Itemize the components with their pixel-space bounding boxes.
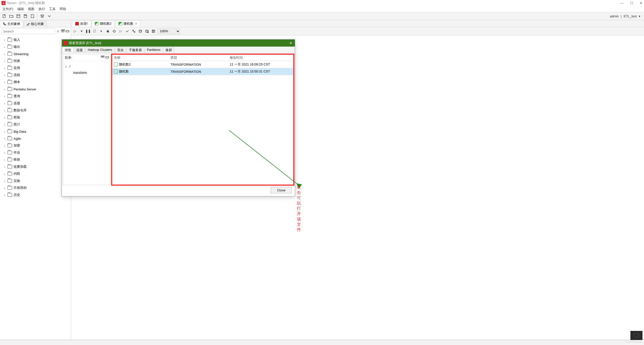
tree-item[interactable]: ›检验 xyxy=(3,114,71,121)
saveas-icon[interactable] xyxy=(30,13,35,19)
connection-dropdown-icon[interactable]: ▾ xyxy=(639,14,640,18)
tree-item[interactable]: ›流程 xyxy=(3,72,71,79)
dtab-hadoop[interactable]: Hadoop Clusters xyxy=(86,47,114,53)
tree-item[interactable]: ›映射 xyxy=(3,156,71,163)
tab-transform-2[interactable]: 随机数 ✕ xyxy=(115,20,141,27)
new-file-icon[interactable] xyxy=(2,13,7,19)
tree-item[interactable]: ›查询 xyxy=(3,93,71,100)
tree-item[interactable]: ›不推荐的 xyxy=(3,184,71,191)
pause-icon[interactable]: ❚❚ xyxy=(86,29,91,34)
maximize-button[interactable]: ☐ xyxy=(630,1,633,5)
dropdown-icon[interactable] xyxy=(47,13,52,19)
verify-icon[interactable] xyxy=(125,29,130,34)
tree-item[interactable]: ›历史 xyxy=(3,191,71,198)
dir-collapse-icon[interactable] xyxy=(105,56,109,59)
explore-db-icon[interactable] xyxy=(144,29,149,34)
tree-item[interactable]: ›输入 xyxy=(3,36,71,43)
file-name: 随机数 xyxy=(119,69,129,74)
file-row[interactable]: 随机数TRANSFORMATION11 一月 2021 15:50:31 CST xyxy=(112,68,294,75)
tree-item[interactable]: ›Big Data xyxy=(3,128,71,135)
tree-item-label: 不推荐的 xyxy=(14,186,27,190)
dir-transform[interactable]: transform xyxy=(65,69,109,76)
dtab-partitions[interactable]: Partitions xyxy=(145,47,163,53)
file-row[interactable]: 随机数2TRANSFORMATION11 一月 2021 16:09:25 CS… xyxy=(112,61,294,68)
tree-item[interactable]: ›数据仓库 xyxy=(3,107,71,114)
tree-item[interactable]: ›脚本 xyxy=(3,79,71,86)
transformation-icon xyxy=(118,22,122,25)
debug-icon[interactable] xyxy=(112,29,117,34)
col-name[interactable]: 名称 xyxy=(112,54,169,61)
folder-icon xyxy=(8,59,12,63)
editor-toolbar: ▷ ▾ ❚❚ ☐ ▾ ◉ ▷ 100% xyxy=(71,27,644,35)
file-name: 随机数2 xyxy=(119,62,131,67)
tree-item[interactable]: ›输出 xyxy=(3,43,71,50)
perspective-icon[interactable] xyxy=(39,13,45,19)
sql-icon[interactable] xyxy=(138,29,143,34)
tree-item[interactable]: ›连接 xyxy=(3,100,71,107)
tree-item[interactable]: ›转换 xyxy=(3,57,71,64)
tree-item[interactable]: ›Streaming xyxy=(3,50,71,57)
expand-all-icon[interactable] xyxy=(61,29,65,33)
collapse-all-icon[interactable] xyxy=(66,29,69,33)
stop-dropdown-icon[interactable]: ▾ xyxy=(99,29,104,34)
menu-tools[interactable]: 工具 xyxy=(48,6,57,12)
object-tree: ›输入›输出›Streaming›转换›应用›流程›脚本›Pentaho Ser… xyxy=(0,35,71,340)
replay-icon[interactable]: ▷ xyxy=(118,29,123,34)
close-tab-icon[interactable]: ✕ xyxy=(135,22,137,25)
dialog-close-icon[interactable]: ✕ xyxy=(288,41,293,45)
explore-icon[interactable] xyxy=(16,13,21,19)
tree-item[interactable]: ›统计 xyxy=(3,121,71,128)
tab-welcome[interactable]: 欢迎! xyxy=(72,20,91,27)
run-dropdown-icon[interactable]: ▾ xyxy=(79,29,84,34)
tab-transform-1[interactable]: 随机数2 xyxy=(92,20,115,27)
search-input[interactable] xyxy=(2,28,55,34)
dtab-subserver[interactable]: 子服务器 xyxy=(127,47,144,53)
dir-expand-icon[interactable] xyxy=(101,56,104,59)
menu-run[interactable]: 执行 xyxy=(37,6,47,12)
tab-main-tree[interactable]: 主对象树 xyxy=(0,21,23,27)
tree-item[interactable]: ›内联 xyxy=(3,170,71,177)
clear-search-icon[interactable]: ✕ xyxy=(56,29,60,34)
col-date[interactable]: 修改时间 xyxy=(228,54,294,61)
dtab-connections[interactable]: 连接 xyxy=(74,47,85,53)
tree-item-label: 流程 xyxy=(14,73,20,77)
dtab-browse[interactable]: 浏览 xyxy=(62,47,73,53)
tree-item[interactable]: ›加密 xyxy=(3,142,71,149)
tab-core-objects[interactable]: 核心对象 xyxy=(24,21,47,27)
impact-icon[interactable] xyxy=(131,29,136,34)
stop-icon[interactable]: ☐ xyxy=(92,29,97,34)
folder-icon xyxy=(8,179,12,183)
svg-rect-1 xyxy=(17,15,20,18)
open-icon[interactable] xyxy=(9,13,14,19)
tree-item-label: 输出 xyxy=(14,45,20,49)
menu-help[interactable]: 帮助 xyxy=(58,6,68,12)
close-button[interactable]: Close xyxy=(271,187,292,193)
chevron-right-icon: › xyxy=(3,123,6,126)
save-icon[interactable] xyxy=(23,13,28,19)
dir-root[interactable]: ⌄ / xyxy=(65,63,109,69)
show-results-icon[interactable] xyxy=(151,29,156,34)
connection-name[interactable]: ETL_test xyxy=(624,14,637,18)
tree-item[interactable]: ›Pentaho Server xyxy=(3,86,71,93)
zoom-select[interactable]: 100% xyxy=(157,28,180,34)
tree-item[interactable]: ›实验 xyxy=(3,177,71,184)
watermark: n.net/YKenan xyxy=(626,340,642,343)
menu-view[interactable]: 视图 xyxy=(26,6,36,12)
dialog-title: 探索资源库 [ETL_test] xyxy=(69,41,101,45)
tree-item[interactable]: ›应用 xyxy=(3,64,71,72)
close-button[interactable]: ✕ xyxy=(640,1,642,5)
dtab-security[interactable]: 安全 xyxy=(115,47,126,53)
minimize-button[interactable]: — xyxy=(620,1,624,5)
tree-item[interactable]: ›作业 xyxy=(3,149,71,156)
dtab-cluster[interactable]: 集群 xyxy=(163,47,174,53)
tree-item[interactable]: ›批量加载 xyxy=(3,163,71,170)
menu-file[interactable]: 文件(F) xyxy=(1,6,15,12)
chevron-right-icon: › xyxy=(3,137,6,141)
tree-item-label: 历史 xyxy=(14,193,20,197)
run-icon[interactable]: ▷ xyxy=(72,29,77,34)
menu-edit[interactable]: 编辑 xyxy=(16,6,25,12)
col-type[interactable]: 类型 xyxy=(169,54,228,61)
tree-item[interactable]: ›Agile xyxy=(3,135,71,142)
preview-icon[interactable]: ◉ xyxy=(105,29,110,34)
svg-line-17 xyxy=(229,130,300,186)
